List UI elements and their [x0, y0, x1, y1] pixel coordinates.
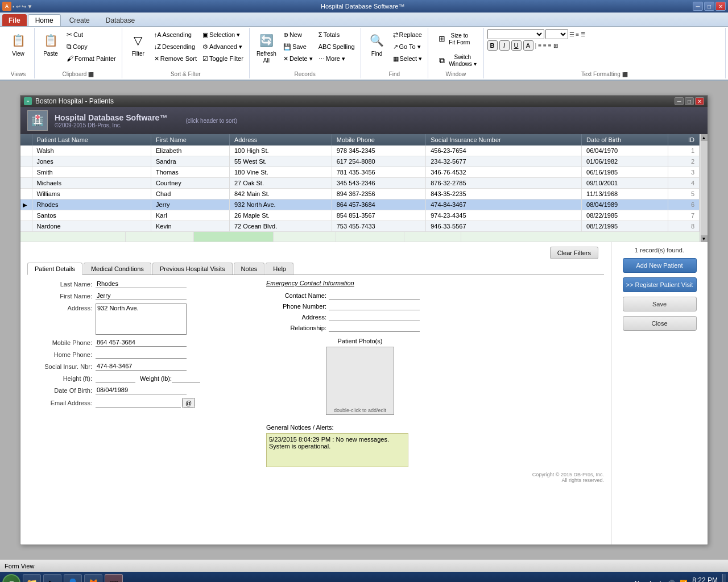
- col-first-name[interactable]: First Name: [151, 134, 230, 146]
- find-button[interactable]: 🔍 Find: [365, 29, 390, 60]
- col-indicator: [20, 134, 32, 146]
- first-name-input[interactable]: [96, 292, 187, 300]
- email-at-button[interactable]: @: [182, 398, 195, 408]
- inner-minimize-button[interactable]: ─: [675, 97, 684, 105]
- start-button[interactable]: ⊞: [2, 574, 20, 582]
- maximize-button[interactable]: □: [704, 2, 714, 11]
- tab-file[interactable]: File: [2, 14, 27, 26]
- sin-input[interactable]: [96, 362, 187, 371]
- close-button[interactable]: Close: [623, 316, 697, 331]
- cut-button[interactable]: ✂ Cut: [64, 29, 118, 40]
- tab-create[interactable]: Create: [62, 14, 97, 26]
- underline-button[interactable]: U: [511, 40, 522, 51]
- tab-patient-details[interactable]: Patient Details: [27, 263, 82, 275]
- font-color-button[interactable]: A: [523, 40, 533, 51]
- view-button[interactable]: 📋 View: [6, 29, 31, 60]
- col-sin[interactable]: Social Insurance Number: [426, 134, 582, 146]
- more-button[interactable]: ⋯ More ▾: [316, 53, 357, 64]
- spelling-button[interactable]: ABC Spelling: [316, 41, 357, 52]
- table-row[interactable]: ▶ Rhodes Jerry 932 North Ave. 864 457-36…: [20, 199, 700, 210]
- italic-button[interactable]: I: [499, 40, 510, 51]
- select-button[interactable]: ▦ Select ▾: [391, 53, 425, 64]
- taskbar-icon-firefox[interactable]: 🦊: [84, 574, 102, 582]
- table-row[interactable]: Williams Chad 842 Main St. 894 367-2356 …: [20, 189, 700, 199]
- bold-button[interactable]: B: [487, 40, 498, 51]
- register-visit-button[interactable]: >> Register Patient Visit: [623, 277, 697, 292]
- scroll-down[interactable]: ▼: [701, 235, 708, 242]
- ec-address-input[interactable]: [329, 313, 420, 321]
- dob-input[interactable]: [96, 386, 187, 394]
- photo-box[interactable]: double-click to add/edit: [326, 347, 394, 415]
- inner-maximize-button[interactable]: □: [685, 97, 694, 105]
- copy-button[interactable]: ⧉ Copy: [64, 41, 118, 52]
- delete-button[interactable]: ✕ Delete ▾: [281, 53, 315, 64]
- photo-hint: double-click to add/edit: [333, 406, 387, 414]
- table-row[interactable]: Jones Sandra 55 West St. 617 254-8080 23…: [20, 156, 700, 167]
- size-fit-button[interactable]: ⊞ Size toFit Form: [432, 29, 473, 48]
- replace-button[interactable]: ⇄ Replace: [391, 29, 425, 40]
- taskbar-icon-db[interactable]: 🗃: [105, 574, 123, 582]
- col-id[interactable]: ID: [668, 134, 700, 146]
- email-input[interactable]: [96, 399, 181, 408]
- row-indicator: [20, 167, 32, 178]
- table-scrollbar[interactable]: ▲ ▼: [700, 134, 708, 242]
- font-family-select[interactable]: [487, 29, 544, 39]
- filter-button[interactable]: ▽ Filter: [126, 29, 151, 60]
- save-button[interactable]: Save: [623, 297, 697, 311]
- ribbon-group-clipboard: 📋 Paste ✂ Cut ⧉ Copy 🖌 Format Painter Cl…: [35, 28, 122, 78]
- selection-button[interactable]: ▣ Selection ▾: [200, 29, 246, 40]
- home-phone-input[interactable]: [96, 350, 187, 359]
- close-button[interactable]: ✕: [715, 2, 726, 11]
- save-icon: 💾: [283, 43, 291, 51]
- ec-phone-input[interactable]: [329, 302, 420, 310]
- table-row[interactable]: Santos Karl 26 Maple St. 854 851-3567 97…: [20, 210, 700, 221]
- weight-input[interactable]: [172, 374, 200, 383]
- minimize-button[interactable]: ─: [693, 2, 703, 11]
- ec-relationship-input[interactable]: [329, 323, 420, 332]
- taskbar-icon-media[interactable]: ▶: [43, 574, 61, 582]
- toggle-filter-button[interactable]: ☑ Toggle Filter: [200, 53, 246, 64]
- inner-close-button[interactable]: ✕: [695, 97, 704, 105]
- add-new-patient-button[interactable]: Add New Patient: [623, 258, 697, 273]
- mobile-input[interactable]: [96, 338, 187, 347]
- format-painter-button[interactable]: 🖌 Format Painter: [64, 53, 118, 64]
- table-row[interactable]: Walsh Elizabeth 100 High St. 978 345-234…: [20, 146, 700, 156]
- advanced-button[interactable]: ⚙ Advanced ▾: [200, 41, 246, 52]
- table-row[interactable]: Nardone Kevin 72 Ocean Blvd. 753 455-743…: [20, 221, 700, 232]
- tab-help[interactable]: Help: [266, 263, 293, 275]
- refresh-all-button[interactable]: 🔄 RefreshAll: [253, 29, 280, 66]
- new-button[interactable]: ⊕ New: [281, 29, 315, 40]
- tab-medical-conditions[interactable]: Medical Conditions: [84, 263, 151, 275]
- ec-contact-name-input[interactable]: [329, 291, 420, 300]
- taskbar-icon-user[interactable]: 👤: [64, 574, 82, 582]
- switch-windows-button[interactable]: ⧉ SwitchWindows ▾: [432, 51, 479, 70]
- cell-sin: 974-23-4345: [426, 210, 582, 221]
- clear-filters-button[interactable]: Clear Filters: [550, 247, 598, 259]
- col-mobile[interactable]: Mobile Phone: [332, 134, 425, 146]
- table-row[interactable]: Smith Thomas 180 Vine St. 781 435-3456 3…: [20, 167, 700, 178]
- address-input[interactable]: 932 North Ave.: [96, 304, 187, 335]
- remove-sort-button[interactable]: ✕ Remove Sort: [152, 53, 199, 64]
- table-row[interactable]: Michaels Courtney 27 Oak St. 345 543-234…: [20, 178, 700, 189]
- save-ribbon-button[interactable]: 💾 Save: [281, 41, 315, 52]
- tab-database[interactable]: Database: [98, 14, 142, 26]
- ascending-button[interactable]: ↑A Ascending: [152, 29, 199, 40]
- col-last-name[interactable]: Patient Last Name: [32, 134, 151, 146]
- col-address[interactable]: Address: [229, 134, 332, 146]
- last-name-input[interactable]: [96, 280, 187, 288]
- height-input[interactable]: [96, 374, 135, 383]
- tab-home[interactable]: Home: [28, 14, 61, 26]
- show-desktop-button[interactable]: [722, 574, 726, 582]
- tab-previous-visits[interactable]: Previous Hospital Visits: [152, 263, 233, 275]
- col-dob[interactable]: Date of Birth: [582, 134, 668, 146]
- inner-win-controls[interactable]: ─ □ ✕: [675, 97, 704, 105]
- goto-button[interactable]: ↗ Go To ▾: [391, 41, 425, 52]
- paste-button[interactable]: 📋 Paste: [38, 29, 63, 60]
- tab-notes[interactable]: Notes: [234, 263, 265, 275]
- scroll-up[interactable]: ▲: [701, 134, 708, 141]
- taskbar-icon-explorer[interactable]: 📁: [23, 574, 41, 582]
- totals-button[interactable]: Σ Totals: [316, 29, 357, 40]
- font-size-select[interactable]: [545, 29, 568, 39]
- title-bar-controls[interactable]: ─ □ ✕: [693, 2, 726, 11]
- descending-button[interactable]: ↓Z Descending: [152, 41, 199, 52]
